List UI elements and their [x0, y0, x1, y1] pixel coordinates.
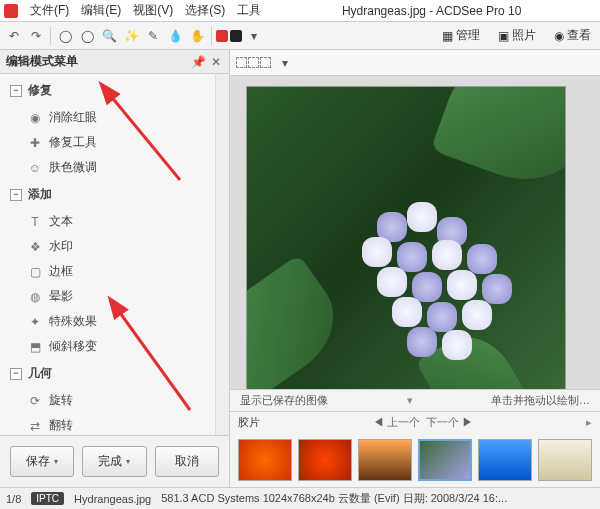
- item-skintone[interactable]: ☺肤色微调: [0, 155, 229, 180]
- item-border[interactable]: ▢边框: [0, 259, 229, 284]
- pin-icon[interactable]: 📌: [191, 55, 205, 69]
- image-info-bar: 显示已保存的图像 ▾ 单击并拖动以绘制…: [230, 389, 600, 411]
- item-flip[interactable]: ⇄翻转: [0, 413, 229, 435]
- edit-sidebar: 编辑模式菜单 📌 ✕ − 修复 ◉消除红眼 ✚修复工具 ☺肤色微调 − 添加 T…: [0, 50, 230, 487]
- collapse-icon: −: [10, 368, 22, 380]
- sidebar-body: − 修复 ◉消除红眼 ✚修复工具 ☺肤色微调 − 添加 T文本 ❖水印 ▢边框 …: [0, 74, 229, 435]
- tab-view[interactable]: ◉查看: [549, 24, 596, 47]
- filmstrip-nav: ◀ 上一个 下一个 ▶: [373, 415, 473, 430]
- menu-edit[interactable]: 编辑(E): [75, 0, 127, 21]
- content-toolbar: ▾: [230, 50, 600, 76]
- sidebar-header: 编辑模式菜单 📌 ✕: [0, 50, 229, 74]
- fx-icon: ✦: [28, 315, 42, 329]
- filmstrip-close-icon[interactable]: ▸: [586, 416, 592, 429]
- item-redeye[interactable]: ◉消除红眼: [0, 105, 229, 130]
- bandage-icon: ✚: [28, 136, 42, 150]
- image-canvas[interactable]: [230, 76, 600, 389]
- menu-file[interactable]: 文件(F): [24, 0, 75, 21]
- item-effects[interactable]: ✦特殊效果: [0, 309, 229, 334]
- item-vignette[interactable]: ◍晕影: [0, 284, 229, 309]
- selection-tools[interactable]: [236, 57, 271, 68]
- brush-icon[interactable]: ✎: [143, 26, 163, 46]
- tiltshift-icon: ⬒: [28, 340, 42, 354]
- watermark-icon: ❖: [28, 240, 42, 254]
- thumb-3[interactable]: [358, 439, 412, 481]
- thumb-1[interactable]: [238, 439, 292, 481]
- preview-image: [246, 86, 566, 389]
- item-repair-tool[interactable]: ✚修复工具: [0, 130, 229, 155]
- cancel-button[interactable]: 取消: [155, 446, 219, 477]
- tab-photo[interactable]: ▣照片: [493, 24, 541, 47]
- wand-icon[interactable]: ✨: [121, 26, 141, 46]
- item-tiltshift[interactable]: ⬒倾斜移变: [0, 334, 229, 359]
- thumb-5[interactable]: [478, 439, 532, 481]
- dropdown2-icon[interactable]: ▾: [275, 53, 295, 73]
- menubar: 文件(F) 编辑(E) 视图(V) 选择(S) 工具 Hydrangeas.jp…: [0, 0, 600, 22]
- group-repair[interactable]: − 修复: [0, 76, 229, 105]
- eye-icon: ◉: [554, 29, 564, 43]
- swatch-red-icon[interactable]: [216, 30, 228, 42]
- dropdown-icon[interactable]: ▾: [244, 26, 264, 46]
- hand-icon[interactable]: ✋: [187, 26, 207, 46]
- vignette-icon: ◍: [28, 290, 42, 304]
- thumb-2[interactable]: [298, 439, 352, 481]
- status-chip: IPTC: [31, 492, 64, 505]
- close-icon[interactable]: ✕: [209, 55, 223, 69]
- item-watermark[interactable]: ❖水印: [0, 234, 229, 259]
- nav-next-button[interactable]: 下一个 ▶: [426, 415, 473, 430]
- group-geometry[interactable]: − 几何: [0, 359, 229, 388]
- flip-icon: ⇄: [28, 419, 42, 433]
- photo-icon: ▣: [498, 29, 509, 43]
- menu-tools[interactable]: 工具: [231, 0, 267, 21]
- circle-icon[interactable]: ◯: [55, 26, 75, 46]
- border-icon: ▢: [28, 265, 42, 279]
- main: 编辑模式菜单 📌 ✕ − 修复 ◉消除红眼 ✚修复工具 ☺肤色微调 − 添加 T…: [0, 50, 600, 487]
- app-logo: [4, 4, 18, 18]
- content-area: ▾: [230, 50, 600, 487]
- collapse-icon: −: [10, 189, 22, 201]
- window-title: Hydrangeas.jpg - ACDSee Pro 10: [267, 4, 596, 18]
- sidebar-title: 编辑模式菜单: [6, 53, 78, 70]
- toolbar: ↶ ↷ ◯ ◯ 🔍 ✨ ✎ 💧 ✋ ▾ ▦管理 ▣照片 ◉查看: [0, 22, 600, 50]
- statusbar: 1/8 IPTC Hydrangeas.jpg 581.3 ACD System…: [0, 487, 600, 509]
- rotate-icon: ⟳: [28, 394, 42, 408]
- undo-icon[interactable]: ↶: [4, 26, 24, 46]
- menu-select[interactable]: 选择(S): [179, 0, 231, 21]
- group-add[interactable]: − 添加: [0, 180, 229, 209]
- nav-prev-button[interactable]: ◀ 上一个: [373, 415, 420, 430]
- filmstrip-area: 胶片 ◀ 上一个 下一个 ▶ ▸: [230, 411, 600, 487]
- status-filename: Hydrangeas.jpg: [74, 493, 151, 505]
- status-page: 1/8: [6, 493, 21, 505]
- saved-image-label[interactable]: 显示已保存的图像: [240, 393, 328, 408]
- tab-manage[interactable]: ▦管理: [437, 24, 485, 47]
- sidebar-buttons: 保存▾ 完成▾ 取消: [0, 435, 229, 487]
- filmstrip-label: 胶片: [238, 415, 260, 430]
- done-button[interactable]: 完成▾: [82, 446, 146, 477]
- face-icon: ☺: [28, 161, 42, 175]
- save-button[interactable]: 保存▾: [10, 446, 74, 477]
- text-icon: T: [28, 215, 42, 229]
- swatch-black-icon[interactable]: [230, 30, 242, 42]
- redo-icon[interactable]: ↷: [26, 26, 46, 46]
- collapse-icon: −: [10, 85, 22, 97]
- thumb-6[interactable]: [538, 439, 592, 481]
- eyedropper-icon[interactable]: 💧: [165, 26, 185, 46]
- eye-icon: ◉: [28, 111, 42, 125]
- status-info: 581.3 ACD Systems 1024x768x24b 云数量 (Evif…: [161, 491, 507, 506]
- circle2-icon[interactable]: ◯: [77, 26, 97, 46]
- filmstrip: [230, 433, 600, 487]
- grid-icon: ▦: [442, 29, 453, 43]
- magnify-icon[interactable]: 🔍: [99, 26, 119, 46]
- thumb-4[interactable]: [418, 439, 472, 481]
- sidebar-scrollbar[interactable]: [215, 74, 229, 435]
- draw-hint: 单击并拖动以绘制…: [491, 393, 590, 408]
- menu-view[interactable]: 视图(V): [127, 0, 179, 21]
- item-rotate[interactable]: ⟳旋转: [0, 388, 229, 413]
- item-text[interactable]: T文本: [0, 209, 229, 234]
